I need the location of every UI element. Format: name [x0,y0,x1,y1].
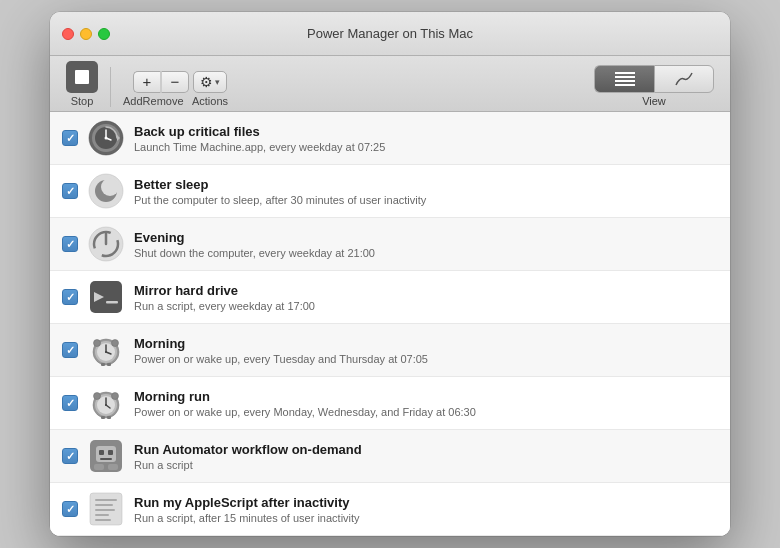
item-text-6: Morning run Power on or wake up, every M… [134,389,476,418]
list-item[interactable]: ✓ Run Automator workflow on-demand Run [50,430,730,483]
svg-point-26 [94,340,101,347]
item-title-6: Morning run [134,389,476,404]
alarm-clock-icon-2 [88,385,124,421]
main-window: Power Manager on This Mac Stop + − [50,12,730,536]
sleep-icon [88,173,124,209]
chevron-down-icon: ▾ [215,77,220,87]
item-icon-7 [88,438,124,474]
svg-rect-0 [615,72,635,74]
item-title-4: Mirror hard drive [134,283,315,298]
actions-label: Actions [183,95,237,107]
item-subtitle-7: Run a script [134,459,362,471]
item-subtitle-6: Power on or wake up, every Monday, Wedne… [134,406,476,418]
toolbar: Stop + − ⚙ ▾ Add [50,56,730,112]
item-checkbox-1[interactable]: ✓ [62,130,78,146]
item-title-5: Morning [134,336,428,351]
item-checkbox-5[interactable]: ✓ [62,342,78,358]
item-subtitle-3: Shut down the computer, every weekday at… [134,247,375,259]
titlebar: Power Manager on This Mac [50,12,730,56]
stop-button[interactable] [66,61,98,93]
item-icon-1 [88,120,124,156]
chart-view-icon [674,71,694,87]
svg-rect-19 [106,301,118,304]
close-button[interactable] [62,28,74,40]
svg-rect-45 [94,464,104,470]
item-text-1: Back up critical files Launch Time Machi… [134,124,385,153]
svg-point-27 [112,340,119,347]
svg-rect-49 [95,504,113,506]
gear-icon: ⚙ [200,74,213,90]
view-detail-button[interactable] [654,65,714,93]
automator-icon [88,438,124,474]
view-buttons [594,65,714,93]
item-icon-3 [88,226,124,262]
middle-controls: + − ⚙ ▾ [133,71,227,93]
list-item[interactable]: ✓ Evening Shut down the computer, every … [50,218,730,271]
svg-rect-28 [101,363,105,366]
item-subtitle-8: Run a script, after 15 minutes of user i… [134,512,360,524]
stop-label: Stop [71,95,94,107]
svg-rect-43 [108,450,113,455]
checkmark-icon: ✓ [66,398,75,409]
item-title-2: Better sleep [134,177,426,192]
item-icon-4 [88,279,124,315]
item-checkbox-4[interactable]: ✓ [62,289,78,305]
applescript-icon [88,491,124,527]
stop-section: Stop [66,61,98,107]
svg-rect-1 [615,76,635,78]
svg-rect-3 [615,84,635,86]
actions-button[interactable]: ⚙ ▾ [193,71,227,93]
view-group: View [594,65,714,107]
svg-rect-2 [615,80,635,82]
svg-point-35 [105,404,107,406]
add-button[interactable]: + [133,71,161,93]
checkmark-icon: ✓ [66,451,75,462]
item-subtitle-2: Put the computer to sleep, after 30 minu… [134,194,426,206]
power-icon [88,226,124,262]
checkmark-icon: ✓ [66,345,75,356]
list-item[interactable]: ✓ Mirror hard drive Run a script, every … [50,271,730,324]
list-item[interactable]: ✓ Back up critical files Lau [50,112,730,165]
checkmark-icon: ✓ [66,239,75,250]
list-item[interactable]: ✓ M [50,324,730,377]
window-title: Power Manager on This Mac [307,26,473,41]
list-item[interactable]: ✓ Morning run Power on or wa [50,377,730,430]
checkmark-icon: ✓ [66,504,75,515]
item-checkbox-8[interactable]: ✓ [62,501,78,517]
item-checkbox-6[interactable]: ✓ [62,395,78,411]
item-title-8: Run my AppleScript after inactivity [134,495,360,510]
checkmark-icon: ✓ [66,292,75,303]
item-checkbox-2[interactable]: ✓ [62,183,78,199]
item-icon-8 [88,491,124,527]
item-text-4: Mirror hard drive Run a script, every we… [134,283,315,312]
plus-minus-group: + − [133,71,189,93]
item-subtitle-5: Power on or wake up, every Tuesday and T… [134,353,428,365]
view-list-button[interactable] [594,65,654,93]
checkmark-icon: ✓ [66,133,75,144]
svg-rect-51 [95,514,109,516]
item-subtitle-4: Run a script, every weekday at 17:00 [134,300,315,312]
item-checkbox-7[interactable]: ✓ [62,448,78,464]
remove-button[interactable]: − [161,71,189,93]
svg-rect-46 [108,464,118,470]
svg-point-36 [94,393,101,400]
svg-rect-42 [99,450,104,455]
list-item[interactable]: ✓ Run my AppleScript after inactivity Ru… [50,483,730,536]
list-item[interactable]: ✓ Better sleep Put the computer to sleep… [50,165,730,218]
middle-labels: Add Remove Actions [123,95,237,107]
item-title-7: Run Automator workflow on-demand [134,442,362,457]
alarm-clock-icon [88,332,124,368]
pm-labels: Add Remove [123,95,179,107]
checkmark-icon: ✓ [66,186,75,197]
toolbar-inner: Stop + − ⚙ ▾ Add [58,61,722,107]
minimize-button[interactable] [80,28,92,40]
svg-point-25 [105,351,107,353]
maximize-button[interactable] [98,28,110,40]
item-text-3: Evening Shut down the computer, every we… [134,230,375,259]
svg-rect-48 [95,499,117,501]
svg-point-13 [101,178,119,196]
item-icon-2 [88,173,124,209]
item-checkbox-3[interactable]: ✓ [62,236,78,252]
time-machine-icon [88,120,124,156]
toolbar-divider-1 [110,67,111,107]
